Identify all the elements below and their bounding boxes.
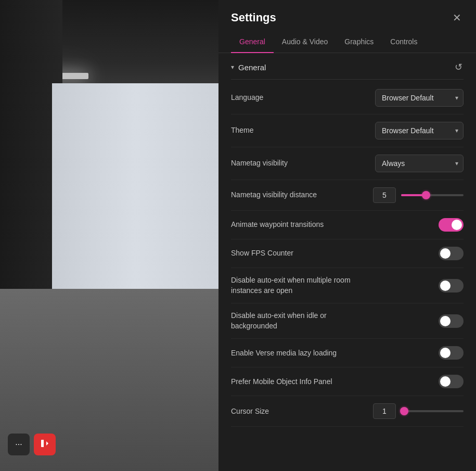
show-fps-control: [439, 247, 464, 260]
animate-waypoint-toggle[interactable]: [439, 218, 464, 232]
theme-row: Theme Browser Default Light Dark ▾: [231, 114, 464, 147]
theme-dropdown[interactable]: Browser Default Light Dark: [375, 122, 464, 139]
section-chevron-icon: ▾: [231, 63, 234, 71]
scene-panel: [0, 0, 218, 471]
nametag-visibility-control: Always Never Auto ▾: [375, 155, 464, 172]
nametag-distance-value[interactable]: [373, 187, 396, 203]
enable-verse-media-label: Enable Verse media lazy loading: [231, 348, 337, 359]
disable-auto-exit-multiple-control: [439, 279, 464, 292]
animate-waypoint-toggle-knob: [452, 220, 462, 230]
language-dropdown-wrapper: Browser Default English Spanish French G…: [375, 89, 464, 107]
enable-verse-media-row: Enable Verse media lazy loading: [231, 339, 464, 367]
show-fps-label: Show FPS Counter: [231, 248, 293, 259]
theme-control: Browser Default Light Dark ▾: [375, 122, 464, 139]
disable-auto-exit-multiple-label: Disable auto-exit when multiple room ins…: [231, 275, 356, 296]
prefer-mobile-object-label: Prefer Mobile Object Info Panel: [231, 377, 332, 387]
scene-main-wall: [52, 83, 218, 302]
nametag-distance-row: Nametag visibility distance: [231, 180, 464, 211]
tab-general[interactable]: General: [231, 33, 274, 53]
bottom-buttons: ···: [8, 434, 56, 455]
disable-auto-exit-idle-label: Disable auto-exit when idle or backgroun…: [231, 311, 356, 331]
disable-auto-exit-idle-toggle[interactable]: [439, 314, 464, 328]
cursor-size-label: Cursor Size: [231, 406, 269, 417]
nametag-distance-label: Nametag visibility distance: [231, 190, 317, 200]
nametag-visibility-label: Nametag visibility: [231, 158, 288, 169]
enable-verse-media-toggle[interactable]: [439, 346, 464, 360]
settings-tabs: General Audio & Video Graphics Controls: [218, 33, 476, 53]
theme-dropdown-wrapper: Browser Default Light Dark ▾: [375, 122, 464, 139]
close-button[interactable]: ✕: [451, 10, 464, 25]
language-label: Language: [231, 93, 263, 103]
disable-auto-exit-multiple-toggle[interactable]: [439, 279, 464, 292]
show-fps-row: Show FPS Counter: [231, 239, 464, 268]
language-dropdown[interactable]: Browser Default English Spanish French G…: [375, 89, 464, 107]
settings-header: Settings ✕: [218, 0, 476, 33]
nametag-visibility-dropdown-wrapper: Always Never Auto ▾: [375, 155, 464, 172]
disable-auto-exit-idle-control: [439, 314, 464, 328]
exit-button[interactable]: [34, 434, 56, 455]
tab-audio-video[interactable]: Audio & Video: [274, 33, 336, 53]
prefer-mobile-object-toggle[interactable]: [439, 375, 464, 388]
show-fps-toggle[interactable]: [439, 247, 464, 260]
language-control: Browser Default English Spanish French G…: [375, 89, 464, 107]
cursor-size-row: Cursor Size: [231, 396, 464, 427]
show-fps-toggle-knob: [440, 248, 451, 259]
nametag-distance-slider-track[interactable]: [401, 194, 464, 196]
prefer-mobile-object-row: Prefer Mobile Object Info Panel: [231, 367, 464, 396]
nametag-distance-slider-wrapper: [373, 187, 464, 203]
cursor-size-slider-track[interactable]: [401, 410, 464, 412]
prefer-mobile-object-toggle-knob: [440, 376, 451, 387]
section-header: ▾ General ↺: [231, 53, 464, 80]
tab-graphics[interactable]: Graphics: [336, 33, 382, 53]
disable-auto-exit-idle-toggle-knob: [440, 316, 451, 326]
menu-button[interactable]: ···: [8, 434, 30, 455]
enable-verse-media-toggle-knob: [440, 348, 451, 358]
menu-icon: ···: [15, 440, 22, 449]
disable-auto-exit-multiple-row: Disable auto-exit when multiple room ins…: [231, 268, 464, 303]
settings-title: Settings: [231, 11, 276, 24]
exit-icon: [40, 438, 50, 451]
cursor-size-slider-thumb[interactable]: [400, 407, 408, 415]
nametag-visibility-dropdown[interactable]: Always Never Auto: [375, 155, 464, 172]
prefer-mobile-object-control: [439, 375, 464, 388]
animate-waypoint-label: Animate waypoint transitions: [231, 220, 324, 230]
disable-auto-exit-multiple-toggle-knob: [440, 281, 451, 291]
cursor-size-slider-wrapper: [373, 403, 464, 419]
animate-waypoint-control: [439, 218, 464, 232]
animate-waypoint-row: Animate waypoint transitions: [231, 211, 464, 239]
cursor-size-value[interactable]: [373, 403, 396, 419]
cursor-size-control: [373, 403, 464, 419]
nametag-visibility-row: Nametag visibility Always Never Auto ▾: [231, 147, 464, 180]
section-header-left: ▾ General: [231, 63, 266, 72]
theme-label: Theme: [231, 125, 254, 136]
nametag-distance-control: [373, 187, 464, 203]
tab-controls[interactable]: Controls: [382, 33, 426, 53]
reset-button[interactable]: ↺: [454, 61, 464, 73]
nametag-distance-slider-thumb[interactable]: [422, 191, 430, 199]
settings-panel: Settings ✕ General Audio & Video Graphic…: [218, 0, 476, 471]
language-row: Language Browser Default English Spanish…: [231, 82, 464, 114]
enable-verse-media-control: [439, 346, 464, 360]
section-label: General: [238, 63, 266, 72]
disable-auto-exit-idle-row: Disable auto-exit when idle or backgroun…: [231, 303, 464, 339]
settings-content: ▾ General ↺ Language Browser Default Eng…: [218, 53, 476, 471]
